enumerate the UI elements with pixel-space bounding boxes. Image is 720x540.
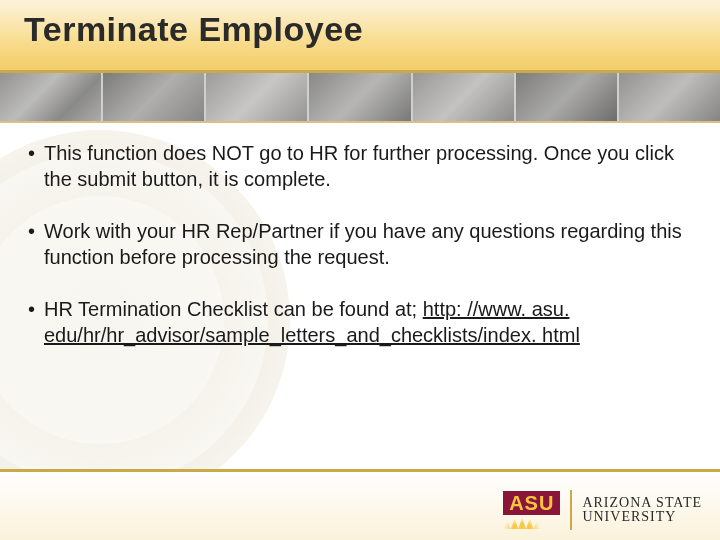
photo-thumb: [0, 73, 101, 121]
logo-divider: [570, 490, 572, 530]
bullet-text-prefix: HR Termination Checklist can be found at…: [44, 298, 423, 320]
bullet-item: • HR Termination Checklist can be found …: [28, 296, 686, 348]
photo-strip: [0, 70, 720, 123]
photo-thumb: [516, 73, 617, 121]
photo-thumb: [619, 73, 720, 121]
bullet-dot: •: [28, 296, 44, 348]
bullet-item: • Work with your HR Rep/Partner if you h…: [28, 218, 686, 270]
photo-thumb: [309, 73, 410, 121]
sunburst-icon: [503, 517, 541, 529]
bullet-dot: •: [28, 218, 44, 270]
photo-thumb: [103, 73, 204, 121]
bullet-text: Work with your HR Rep/Partner if you hav…: [44, 218, 686, 270]
photo-thumb: [413, 73, 514, 121]
body: • This function does NOT go to HR for fu…: [28, 140, 686, 374]
bullet-text: HR Termination Checklist can be found at…: [44, 296, 686, 348]
page-title: Terminate Employee: [24, 10, 363, 49]
asu-mark: ASU: [503, 491, 560, 529]
bullet-text: This function does NOT go to HR for furt…: [44, 140, 686, 192]
bullet-dot: •: [28, 140, 44, 192]
asu-line2: UNIVERSITY: [582, 510, 702, 524]
asu-line1: ARIZONA STATE: [582, 496, 702, 510]
photo-thumb: [206, 73, 307, 121]
slide: Terminate Employee • This function does …: [0, 0, 720, 540]
asu-block-letters: ASU: [503, 491, 560, 515]
asu-wordmark: ARIZONA STATE UNIVERSITY: [582, 496, 702, 524]
bullet-item: • This function does NOT go to HR for fu…: [28, 140, 686, 192]
asu-logo: ASU ARIZONA STATE UNIVERSITY: [503, 490, 702, 530]
